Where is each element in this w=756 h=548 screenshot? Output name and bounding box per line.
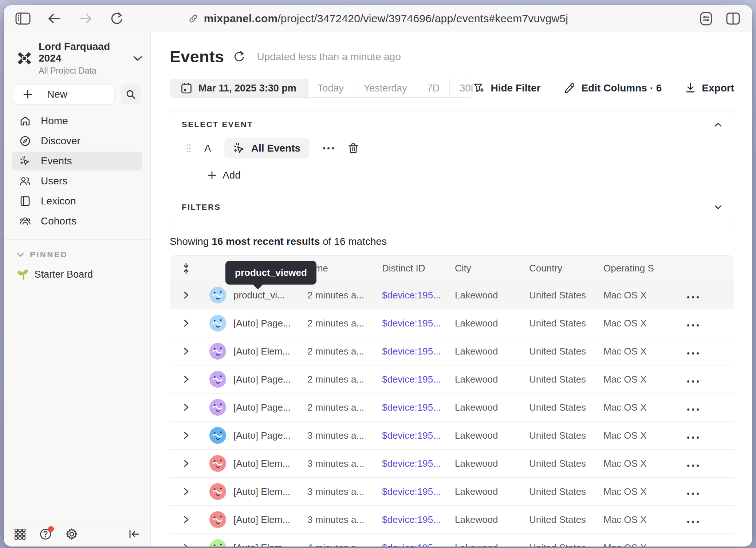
distinct-id-link[interactable]: $device:195...: [382, 430, 455, 441]
events-cursor-icon: [20, 155, 31, 167]
distinct-id-link[interactable]: $device:195...: [382, 514, 455, 525]
edit-columns-button[interactable]: Edit Columns · 6: [564, 82, 662, 94]
date-option-today[interactable]: Today: [308, 79, 354, 97]
collapse-all-icon[interactable]: [170, 263, 202, 274]
cohorts-icon: [20, 216, 31, 226]
row-expand-icon[interactable]: [183, 403, 189, 412]
date-option-yesterday[interactable]: Yesterday: [354, 79, 417, 97]
event-name: [Auto] Elem...: [233, 458, 307, 469]
table-row[interactable]: [Auto] Elem... 3 minutes a... $device:19…: [170, 450, 734, 478]
event-time: 2 minutes a...: [307, 346, 382, 357]
add-event-button[interactable]: Add: [207, 169, 734, 181]
distinct-id-link[interactable]: $device:195...: [382, 486, 455, 497]
row-more-icon[interactable]: [687, 493, 699, 495]
date-option-30d[interactable]: 30D: [450, 79, 473, 97]
event-country: United States: [529, 402, 603, 413]
table-row[interactable]: [Auto] Elem... 3 minutes a... $device:19…: [170, 506, 734, 534]
pinned-section-header[interactable]: PINNED: [17, 250, 150, 259]
row-more-icon[interactable]: [687, 408, 699, 411]
sidebar-item-starter-board[interactable]: 🌱 Starter Board: [17, 269, 150, 280]
row-expand-icon[interactable]: [183, 347, 189, 356]
distinct-id-link[interactable]: $device:195...: [382, 374, 455, 385]
back-button[interactable]: [46, 10, 63, 27]
chevron-down-icon[interactable]: [714, 205, 722, 210]
browser-toolbar: mixpanel.com/project/3472420/view/397469…: [4, 5, 752, 32]
refresh-icon[interactable]: [233, 51, 245, 63]
sidebar-footer: [4, 521, 150, 547]
split-view-icon[interactable]: [725, 10, 741, 27]
more-options-icon[interactable]: [320, 147, 337, 149]
sidebar-item-users[interactable]: Users: [12, 172, 142, 191]
row-more-icon[interactable]: [687, 437, 699, 439]
row-expand-icon[interactable]: [183, 459, 189, 468]
page-settings-icon[interactable]: [698, 10, 714, 27]
help-icon[interactable]: [39, 528, 52, 540]
row-more-icon[interactable]: [687, 380, 699, 383]
event-tooltip: product_viewed: [225, 261, 316, 285]
sidebar-toggle-icon[interactable]: [15, 10, 31, 27]
trash-icon[interactable]: [348, 142, 359, 154]
table-row[interactable]: [Auto] Page... 3 minutes a... $device:19…: [170, 422, 734, 450]
address-bar[interactable]: mixpanel.com/project/3472420/view/397469…: [188, 12, 568, 25]
row-expand-icon[interactable]: [183, 515, 189, 524]
hide-filter-button[interactable]: Hide Filter: [473, 82, 540, 94]
collapse-sidebar-icon[interactable]: [129, 529, 139, 539]
date-option-7d[interactable]: 7D: [417, 79, 450, 97]
col-time[interactable]: Time: [307, 263, 382, 274]
row-expand-icon[interactable]: [183, 543, 189, 547]
new-button[interactable]: New: [13, 85, 115, 104]
table-row[interactable]: [Auto] Page... 2 minutes a... $device:19…: [170, 394, 734, 422]
distinct-id-link[interactable]: $device:195...: [382, 318, 455, 329]
distinct-id-link[interactable]: $device:195...: [382, 402, 455, 413]
table-row[interactable]: [Auto] Elem... 3 minutes a... $device:19…: [170, 478, 734, 506]
row-expand-icon[interactable]: [183, 375, 189, 384]
row-more-icon[interactable]: [687, 521, 699, 523]
col-distinct-id[interactable]: Distinct ID: [382, 263, 455, 274]
sidebar-item-discover[interactable]: Discover: [12, 132, 142, 150]
row-expand-icon[interactable]: [183, 318, 189, 328]
event-avatar: [209, 483, 226, 500]
col-operating-system[interactable]: Operating S: [603, 263, 682, 274]
reload-button[interactable]: [109, 10, 125, 27]
sidebar-item-events[interactable]: Events: [12, 152, 142, 171]
row-expand-icon[interactable]: [183, 431, 189, 440]
event-time: 2 minutes a...: [307, 318, 382, 329]
app-grid-icon[interactable]: [15, 529, 25, 540]
distinct-id-link[interactable]: $device:195...: [382, 290, 455, 301]
distinct-id-link[interactable]: $device:195...: [382, 542, 455, 547]
table-row[interactable]: [Auto] Elem... 4 minutes a... $device:19…: [170, 534, 734, 547]
event-country: United States: [529, 430, 603, 441]
distinct-id-link[interactable]: $device:195...: [382, 346, 455, 357]
table-row[interactable]: [Auto] Elem... 2 minutes a... $device:19…: [170, 337, 734, 365]
col-country[interactable]: Country: [529, 263, 603, 274]
row-more-icon[interactable]: [687, 465, 699, 467]
row-expand-icon[interactable]: [183, 290, 189, 300]
distinct-id-link[interactable]: $device:195...: [382, 458, 455, 469]
select-event-label: SELECT EVENT: [182, 120, 253, 129]
event-os: Mac OS X: [603, 486, 682, 497]
table-row[interactable]: [Auto] Page... 2 minutes a... $device:19…: [170, 365, 734, 394]
row-more-icon[interactable]: [687, 296, 699, 298]
gear-icon[interactable]: [66, 528, 78, 540]
col-city[interactable]: City: [455, 263, 529, 274]
drag-handle-icon[interactable]: [186, 144, 191, 153]
all-events-chip[interactable]: All Events: [224, 138, 309, 158]
event-city: Lakewood: [455, 346, 529, 357]
sidebar-item-home[interactable]: Home: [12, 111, 142, 130]
table-row[interactable]: [Auto] Page... 2 minutes a... $device:19…: [170, 309, 734, 337]
events-cursor-icon: [233, 142, 245, 154]
sidebar-item-lexicon[interactable]: Lexicon: [12, 192, 142, 211]
event-country: United States: [529, 514, 603, 525]
export-button[interactable]: Export: [685, 82, 734, 94]
sidebar-item-cohorts[interactable]: Cohorts: [12, 212, 142, 231]
row-more-icon[interactable]: [687, 324, 699, 326]
row-expand-icon[interactable]: [183, 487, 189, 496]
chevron-up-icon[interactable]: [714, 122, 722, 127]
forward-button[interactable]: [77, 10, 94, 27]
project-switcher[interactable]: Lord Farquaad 2024 All Project Data: [16, 41, 142, 76]
event-os: Mac OS X: [603, 458, 682, 469]
search-button[interactable]: [121, 85, 141, 104]
row-more-icon[interactable]: [687, 352, 699, 355]
date-picker[interactable]: Mar 11, 2025 3:30 pm: [170, 79, 308, 97]
event-os: Mac OS X: [603, 402, 682, 413]
